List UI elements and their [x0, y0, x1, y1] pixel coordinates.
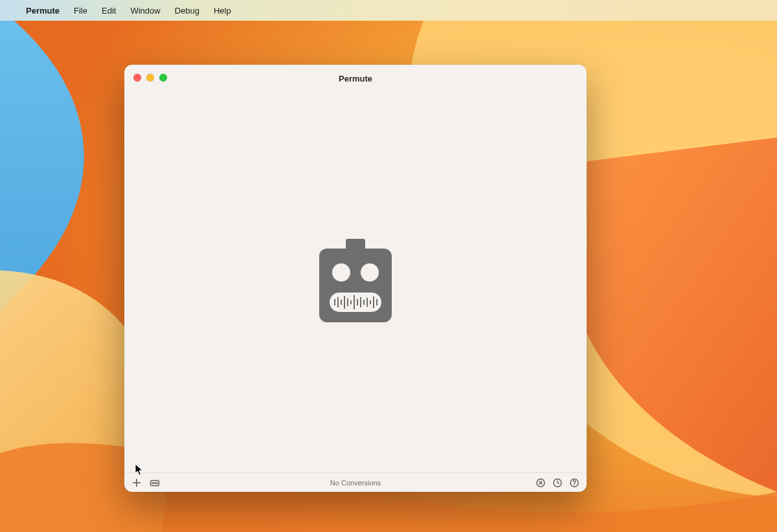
- window-controls: [133, 74, 167, 82]
- add-button[interactable]: [131, 477, 142, 489]
- menu-debug[interactable]: Debug: [175, 6, 199, 16]
- drop-zone[interactable]: [124, 92, 587, 472]
- app-window: Permute: [124, 65, 587, 492]
- macos-menubar: Permute File Edit Window Debug Help: [0, 0, 777, 21]
- menu-file[interactable]: File: [74, 6, 87, 16]
- window-close-button[interactable]: [133, 74, 141, 82]
- mouse-cursor: [135, 463, 145, 476]
- window-zoom-button[interactable]: [159, 74, 167, 82]
- svg-rect-1: [346, 239, 365, 249]
- cancel-all-button[interactable]: [535, 477, 546, 489]
- window-titlebar[interactable]: Permute: [124, 65, 587, 92]
- window-title: Permute: [339, 74, 372, 83]
- svg-point-33: [574, 484, 574, 485]
- help-button[interactable]: [569, 477, 580, 489]
- app-menu[interactable]: Permute: [26, 6, 60, 16]
- svg-point-4: [361, 263, 379, 282]
- menu-help[interactable]: Help: [214, 6, 231, 16]
- robot-icon: [310, 237, 401, 327]
- presets-button[interactable]: [149, 477, 161, 489]
- window-minimize-button[interactable]: [146, 74, 154, 82]
- menu-window[interactable]: Window: [130, 6, 160, 16]
- status-text: No Conversions: [330, 479, 381, 487]
- history-button[interactable]: [552, 477, 563, 489]
- statusbar: No Conversions: [124, 472, 587, 492]
- menu-edit[interactable]: Edit: [102, 6, 116, 16]
- svg-point-3: [332, 263, 350, 282]
